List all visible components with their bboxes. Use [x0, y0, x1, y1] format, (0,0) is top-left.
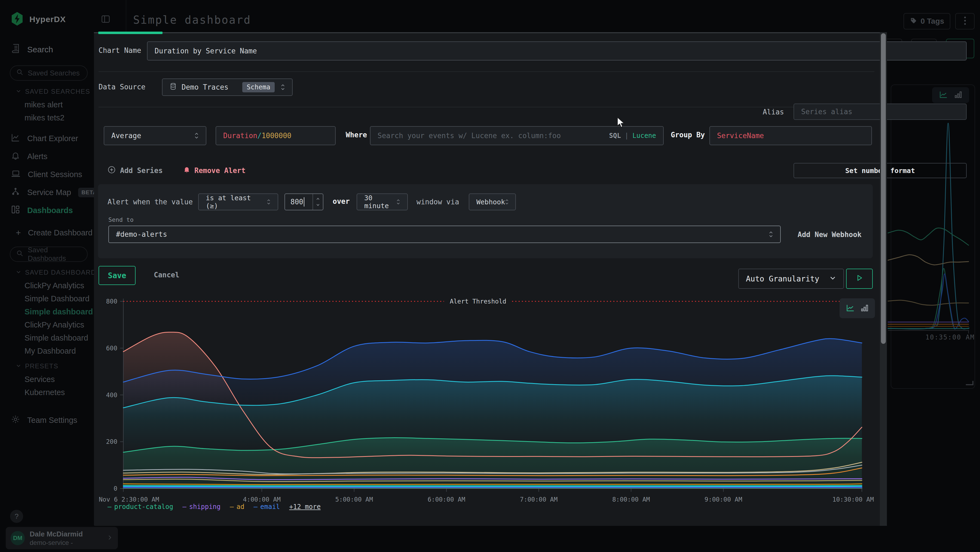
sidebar-item-team-settings[interactable]: Team Settings — [11, 415, 77, 426]
sidebar-item-chart-explorer[interactable]: Chart Explorer — [11, 133, 78, 144]
page-title: Simple dashboard — [133, 14, 251, 26]
topbar-divider — [126, 0, 126, 32]
brand-name: HyperDX — [29, 15, 66, 24]
plus-icon: + — [16, 228, 21, 238]
sidebar-item-dashboards[interactable]: Dashboards — [11, 205, 73, 216]
sidebar-item-label: Search — [27, 45, 53, 54]
duration-chart: 0200400600800Nov 6 2:30:00 AM4:00:00 AM5… — [94, 32, 886, 526]
bell-icon — [11, 151, 20, 162]
svg-text:Alert Threshold: Alert Threshold — [450, 298, 506, 305]
svg-text:7:00:00 AM: 7:00:00 AM — [520, 496, 557, 503]
svg-text:0: 0 — [113, 485, 117, 492]
section-saved-searches[interactable]: SAVED SEARCHES — [16, 88, 90, 95]
kebab-icon — [964, 16, 966, 26]
saved-dashboards-placeholder: Saved Dashboards — [28, 246, 81, 263]
laptop-icon — [11, 169, 21, 180]
bg-chart-time-label: 10:35:00 AM — [920, 333, 980, 341]
legend-item: —ad — [230, 503, 244, 511]
sidebar-item-label: Team Settings — [27, 416, 77, 425]
legend-dash: — — [108, 503, 111, 511]
dashboard-list-item[interactable]: Simple Dashboard — [24, 294, 89, 303]
saved-searches-input[interactable]: Saved Searches — [10, 65, 88, 81]
svg-text:8:00:00 AM: 8:00:00 AM — [612, 496, 650, 503]
section-saved-dashboards[interactable]: SAVED DASHBOARDS — [16, 269, 101, 276]
sidebar-collapse-icon[interactable] — [101, 14, 111, 25]
dashboard-list-item[interactable]: My Dashboard — [24, 346, 76, 356]
svg-text:Nov 6 2:30:00 AM: Nov 6 2:30:00 AM — [99, 496, 159, 503]
saved-search-item[interactable]: mikes tets2 — [24, 113, 65, 122]
create-dashboard-label: Create Dashboard — [28, 228, 92, 237]
brand[interactable]: HyperDX — [11, 12, 66, 27]
dashboard-grid-icon — [11, 205, 20, 216]
chart-legend: —product-catalog—shipping—ad—email+12 mo… — [108, 503, 321, 511]
background-chart — [887, 82, 980, 392]
legend-item: —product-catalog — [108, 503, 173, 511]
sitemap-icon — [11, 187, 20, 198]
dashboard-list-item[interactable]: ClickPy Analytics — [24, 321, 84, 329]
user-subtitle: demo-service - — [30, 539, 83, 547]
help-button[interactable]: ? — [10, 510, 23, 523]
modal-scrollbar — [880, 32, 887, 526]
svg-text:4:00:00 AM: 4:00:00 AM — [243, 496, 280, 503]
preset-item[interactable]: Services — [24, 375, 55, 384]
dashboard-list-item-active[interactable]: Simple dashboard — [24, 307, 93, 316]
legend-dash: — — [230, 503, 234, 511]
dashboard-list-item[interactable]: ClickPy Analytics — [24, 281, 84, 290]
svg-text:800: 800 — [106, 298, 117, 305]
gear-icon — [11, 415, 20, 426]
svg-text:9:00:00 AM: 9:00:00 AM — [705, 496, 742, 503]
legend-item: —shipping — [182, 503, 221, 511]
chevron-right-icon — [107, 534, 113, 542]
svg-text:5:00:00 AM: 5:00:00 AM — [336, 496, 373, 503]
avatar: DM — [11, 531, 25, 545]
sidebar-item-label: Service Map — [27, 188, 71, 197]
tag-icon — [910, 17, 917, 26]
create-dashboard-button[interactable]: + Create Dashboard — [16, 228, 92, 238]
chevron-down-icon — [16, 269, 21, 276]
sidebar-item-client-sessions[interactable]: Client Sessions — [11, 169, 82, 180]
legend-item[interactable]: +12 more — [289, 503, 321, 511]
hyperdx-logo-icon — [11, 12, 24, 27]
svg-text:10:30:00 AM: 10:30:00 AM — [832, 496, 874, 503]
user-card[interactable]: DM Dale McDiarmid demo-service - — [6, 527, 118, 549]
search-icon — [16, 250, 24, 259]
preset-item[interactable]: Kubernetes — [24, 388, 65, 397]
chevron-down-icon — [16, 362, 21, 370]
sidebar-item-alerts[interactable]: Alerts — [11, 151, 48, 162]
sidebar-item-label: Chart Explorer — [27, 134, 78, 143]
chart-type-toggle[interactable] — [840, 298, 875, 318]
sidebar-item-search[interactable]: Search — [11, 44, 53, 55]
section-presets[interactable]: PRESETS — [16, 362, 59, 370]
scrollbar-thumb[interactable] — [881, 33, 886, 344]
dashboard-list-item[interactable]: Simple dashboard — [24, 333, 88, 343]
sidebar-item-service-map[interactable]: Service Map BETA — [11, 187, 100, 198]
svg-text:6:00:00 AM: 6:00:00 AM — [428, 496, 465, 503]
svg-text:600: 600 — [106, 345, 117, 352]
chevron-down-icon — [16, 88, 21, 95]
search-doc-icon — [11, 44, 20, 55]
line-chart-icon — [846, 304, 855, 313]
saved-dashboards-input[interactable]: Saved Dashboards — [10, 247, 88, 262]
user-name: Dale McDiarmid — [30, 530, 83, 538]
app-root: HyperDX Simple dashboard 0 Tags — [0, 0, 980, 552]
sidebar-item-label: Alerts — [27, 152, 48, 161]
bar-chart-icon — [861, 304, 869, 313]
edit-chart-modal: Chart Name Duration by Service Name Data… — [94, 32, 886, 526]
legend-dash: — — [182, 503, 186, 511]
legend-item: —email — [254, 503, 280, 511]
saved-search-item[interactable]: mikes alert — [24, 100, 63, 109]
saved-searches-placeholder: Saved Searches — [28, 69, 80, 77]
chart-line-icon — [11, 133, 20, 144]
more-menu-button[interactable] — [955, 13, 975, 29]
sidebar-item-label: Dashboards — [27, 206, 73, 215]
sidebar-item-label: Client Sessions — [28, 170, 82, 179]
tags-label: 0 Tags — [921, 17, 944, 26]
svg-text:400: 400 — [106, 391, 117, 399]
legend-dash: — — [254, 503, 258, 511]
tags-button[interactable]: 0 Tags — [904, 13, 950, 29]
svg-text:200: 200 — [106, 438, 117, 445]
resize-handle[interactable] — [966, 381, 974, 385]
search-icon — [16, 69, 24, 78]
